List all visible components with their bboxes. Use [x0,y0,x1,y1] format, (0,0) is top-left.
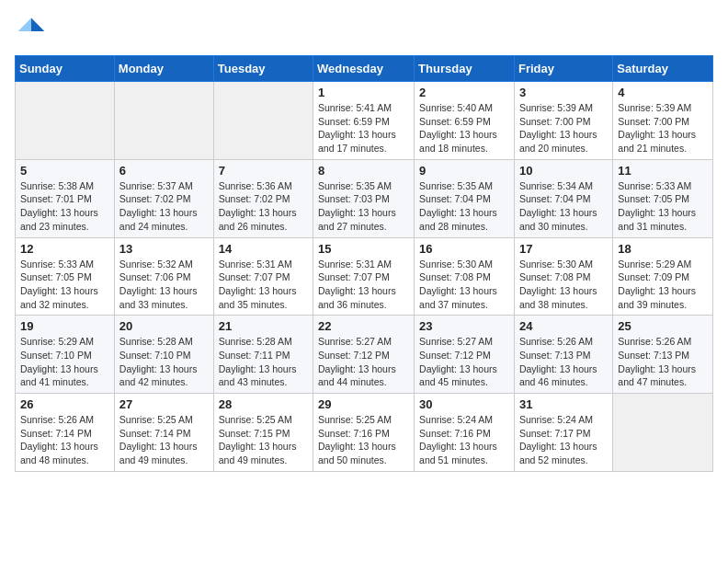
day-number: 17 [519,242,608,256]
day-info: Sunrise: 5:34 AMSunset: 7:04 PMDaylight:… [519,179,608,234]
day-number: 19 [20,319,109,333]
day-info: Sunrise: 5:26 AMSunset: 7:13 PMDaylight:… [618,335,708,389]
day-info: Sunrise: 5:25 AMSunset: 7:16 PMDaylight:… [318,413,409,467]
calendar-cell: 6Sunrise: 5:37 AMSunset: 7:02 PMDaylight… [114,159,213,237]
page-header [15,15,713,48]
calendar-cell: 3Sunrise: 5:39 AMSunset: 7:00 PMDaylight… [514,82,612,160]
day-info: Sunrise: 5:32 AMSunset: 7:06 PMDaylight:… [119,258,209,312]
header-wednesday: Wednesday [313,56,415,82]
calendar-cell: 26Sunrise: 5:26 AMSunset: 7:14 PMDayligh… [16,394,115,472]
calendar-cell [213,82,313,160]
svg-marker-0 [31,18,44,31]
day-number: 5 [20,164,109,178]
header-tuesday: Tuesday [213,56,313,82]
calendar-cell: 25Sunrise: 5:26 AMSunset: 7:13 PMDayligh… [613,316,713,394]
day-number: 30 [419,397,509,411]
day-info: Sunrise: 5:35 AMSunset: 7:03 PMDaylight:… [318,179,409,234]
day-info: Sunrise: 5:30 AMSunset: 7:08 PMDaylight:… [519,258,608,312]
day-info: Sunrise: 5:24 AMSunset: 7:17 PMDaylight:… [519,413,608,467]
day-info: Sunrise: 5:28 AMSunset: 7:10 PMDaylight:… [119,335,209,389]
calendar-cell: 31Sunrise: 5:24 AMSunset: 7:17 PMDayligh… [514,394,612,472]
day-info: Sunrise: 5:39 AMSunset: 7:00 PMDaylight:… [519,101,608,155]
day-number: 20 [119,319,209,333]
calendar-cell: 12Sunrise: 5:33 AMSunset: 7:05 PMDayligh… [16,237,115,316]
day-info: Sunrise: 5:35 AMSunset: 7:04 PMDaylight:… [419,179,509,234]
day-number: 10 [519,164,608,178]
day-number: 23 [419,319,509,333]
day-number: 29 [318,397,409,411]
day-number: 11 [618,164,708,178]
calendar-week-3: 12Sunrise: 5:33 AMSunset: 7:05 PMDayligh… [16,237,713,316]
calendar-cell: 8Sunrise: 5:35 AMSunset: 7:03 PMDaylight… [313,159,415,237]
day-number: 14 [219,242,308,256]
day-number: 22 [318,319,409,333]
calendar-cell: 23Sunrise: 5:27 AMSunset: 7:12 PMDayligh… [415,316,515,394]
calendar-cell: 4Sunrise: 5:39 AMSunset: 7:00 PMDaylight… [613,82,713,160]
day-info: Sunrise: 5:39 AMSunset: 7:00 PMDaylight:… [618,101,708,155]
calendar-cell: 11Sunrise: 5:33 AMSunset: 7:05 PMDayligh… [613,159,713,237]
day-number: 27 [119,397,209,411]
day-info: Sunrise: 5:37 AMSunset: 7:02 PMDaylight:… [119,179,209,234]
calendar-cell: 14Sunrise: 5:31 AMSunset: 7:07 PMDayligh… [213,237,313,316]
day-info: Sunrise: 5:41 AMSunset: 6:59 PMDaylight:… [318,101,409,155]
svg-marker-1 [18,18,31,31]
day-info: Sunrise: 5:33 AMSunset: 7:05 PMDaylight:… [618,179,708,234]
day-number: 25 [618,319,708,333]
day-info: Sunrise: 5:25 AMSunset: 7:14 PMDaylight:… [119,413,209,467]
calendar-cell: 29Sunrise: 5:25 AMSunset: 7:16 PMDayligh… [313,394,415,472]
day-number: 24 [519,319,608,333]
day-info: Sunrise: 5:29 AMSunset: 7:10 PMDaylight:… [20,335,109,389]
header-friday: Friday [514,56,612,82]
day-number: 21 [219,319,308,333]
calendar-cell: 28Sunrise: 5:25 AMSunset: 7:15 PMDayligh… [213,394,313,472]
calendar-header-row: SundayMondayTuesdayWednesdayThursdayFrid… [16,56,713,82]
calendar-cell: 20Sunrise: 5:28 AMSunset: 7:10 PMDayligh… [114,316,213,394]
calendar-cell: 2Sunrise: 5:40 AMSunset: 6:59 PMDaylight… [415,82,515,160]
day-number: 28 [219,397,308,411]
calendar-cell: 16Sunrise: 5:30 AMSunset: 7:08 PMDayligh… [415,237,515,316]
calendar-cell: 9Sunrise: 5:35 AMSunset: 7:04 PMDaylight… [415,159,515,237]
header-sunday: Sunday [16,56,115,82]
day-number: 15 [318,242,409,256]
day-info: Sunrise: 5:31 AMSunset: 7:07 PMDaylight:… [219,258,308,312]
calendar-cell [613,394,713,472]
logo-icon [15,15,48,48]
day-info: Sunrise: 5:27 AMSunset: 7:12 PMDaylight:… [419,335,509,389]
day-number: 18 [618,242,708,256]
day-info: Sunrise: 5:28 AMSunset: 7:11 PMDaylight:… [219,335,308,389]
day-number: 7 [219,164,308,178]
calendar-cell: 27Sunrise: 5:25 AMSunset: 7:14 PMDayligh… [114,394,213,472]
calendar-week-2: 5Sunrise: 5:38 AMSunset: 7:01 PMDaylight… [16,159,713,237]
calendar-week-5: 26Sunrise: 5:26 AMSunset: 7:14 PMDayligh… [16,394,713,472]
day-info: Sunrise: 5:29 AMSunset: 7:09 PMDaylight:… [618,258,708,312]
day-number: 26 [20,397,109,411]
day-info: Sunrise: 5:26 AMSunset: 7:13 PMDaylight:… [519,335,608,389]
calendar-cell [16,82,115,160]
day-number: 6 [119,164,209,178]
day-info: Sunrise: 5:33 AMSunset: 7:05 PMDaylight:… [20,258,109,312]
calendar-cell: 7Sunrise: 5:36 AMSunset: 7:02 PMDaylight… [213,159,313,237]
calendar-cell: 17Sunrise: 5:30 AMSunset: 7:08 PMDayligh… [514,237,612,316]
day-info: Sunrise: 5:26 AMSunset: 7:14 PMDaylight:… [20,413,109,467]
day-number: 8 [318,164,409,178]
calendar-cell: 19Sunrise: 5:29 AMSunset: 7:10 PMDayligh… [16,316,115,394]
calendar-cell: 10Sunrise: 5:34 AMSunset: 7:04 PMDayligh… [514,159,612,237]
calendar-cell: 18Sunrise: 5:29 AMSunset: 7:09 PMDayligh… [613,237,713,316]
calendar-cell: 1Sunrise: 5:41 AMSunset: 6:59 PMDaylight… [313,82,415,160]
header-saturday: Saturday [613,56,713,82]
calendar-cell: 22Sunrise: 5:27 AMSunset: 7:12 PMDayligh… [313,316,415,394]
calendar-cell: 21Sunrise: 5:28 AMSunset: 7:11 PMDayligh… [213,316,313,394]
day-info: Sunrise: 5:30 AMSunset: 7:08 PMDaylight:… [419,258,509,312]
day-info: Sunrise: 5:24 AMSunset: 7:16 PMDaylight:… [419,413,509,467]
day-info: Sunrise: 5:31 AMSunset: 7:07 PMDaylight:… [318,258,409,312]
calendar-cell [114,82,213,160]
day-number: 13 [119,242,209,256]
logo [15,15,51,48]
calendar-cell: 30Sunrise: 5:24 AMSunset: 7:16 PMDayligh… [415,394,515,472]
calendar-cell: 5Sunrise: 5:38 AMSunset: 7:01 PMDaylight… [16,159,115,237]
header-monday: Monday [114,56,213,82]
day-number: 16 [419,242,509,256]
day-number: 3 [519,86,608,99]
calendar-week-1: 1Sunrise: 5:41 AMSunset: 6:59 PMDaylight… [16,82,713,160]
day-number: 9 [419,164,509,178]
